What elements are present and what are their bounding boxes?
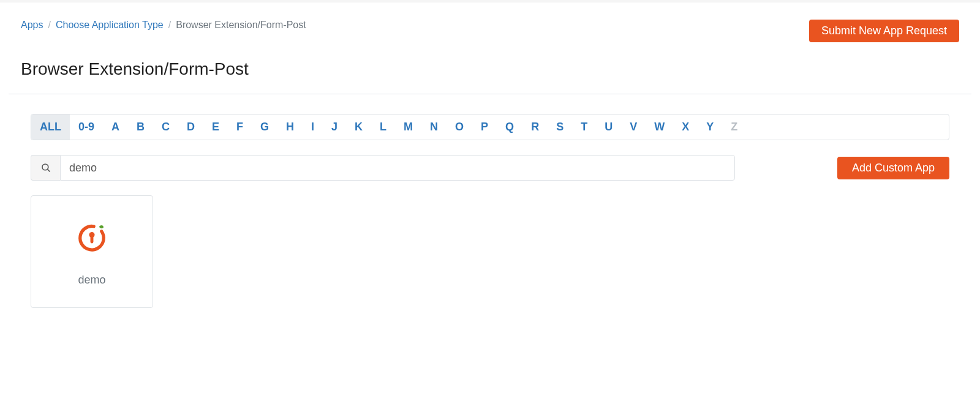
alpha-filter-b[interactable]: B	[128, 114, 153, 140]
alpha-filter-n[interactable]: N	[421, 114, 447, 140]
breadcrumb: Apps / Choose Application Type / Browser…	[21, 20, 306, 31]
alpha-filter-o[interactable]: O	[447, 114, 472, 140]
breadcrumb-choose-type-link[interactable]: Choose Application Type	[56, 20, 164, 31]
alpha-filter-m[interactable]: M	[395, 114, 421, 140]
alpha-filter-0-9[interactable]: 0-9	[70, 114, 103, 140]
alpha-filter-l[interactable]: L	[371, 114, 395, 140]
alpha-filter-j[interactable]: J	[323, 114, 346, 140]
alpha-filter-h[interactable]: H	[277, 114, 303, 140]
alpha-filter-r[interactable]: R	[522, 114, 548, 140]
alpha-filter-all[interactable]: ALL	[31, 114, 70, 140]
alpha-filter: ALL0-9ABCDEFGHIJKLMNOPQRSTUVWXYZ	[31, 114, 949, 140]
results-grid: demo	[31, 195, 949, 308]
alpha-filter-x[interactable]: X	[673, 114, 698, 140]
submit-new-app-request-button[interactable]: Submit New App Request	[809, 20, 959, 42]
breadcrumb-apps-link[interactable]: Apps	[21, 20, 43, 31]
alpha-filter-v[interactable]: V	[621, 114, 646, 140]
alpha-filter-e[interactable]: E	[203, 114, 228, 140]
search-group	[31, 155, 735, 181]
alpha-filter-s[interactable]: S	[548, 114, 572, 140]
alpha-filter-i[interactable]: I	[303, 114, 323, 140]
alpha-filter-w[interactable]: W	[646, 114, 673, 140]
alpha-filter-d[interactable]: D	[178, 114, 203, 140]
alpha-filter-y[interactable]: Y	[698, 114, 722, 140]
app-card[interactable]: demo	[31, 195, 153, 308]
page-container: Apps / Choose Application Type / Browser…	[0, 2, 980, 308]
svg-line-1	[47, 169, 50, 171]
alpha-filter-a[interactable]: A	[103, 114, 128, 140]
alpha-filter-c[interactable]: C	[153, 114, 178, 140]
header-row: Apps / Choose Application Type / Browser…	[21, 20, 959, 42]
svg-rect-4	[91, 236, 94, 243]
alpha-filter-g[interactable]: G	[252, 114, 277, 140]
search-icon	[31, 155, 60, 181]
alpha-filter-u[interactable]: U	[596, 114, 621, 140]
alpha-filter-f[interactable]: F	[228, 114, 252, 140]
search-input[interactable]	[60, 155, 735, 181]
page-title: Browser Extension/Form-Post	[21, 59, 959, 79]
app-icon	[75, 220, 109, 254]
alpha-filter-z: Z	[722, 114, 746, 140]
breadcrumb-current: Browser Extension/Form-Post	[176, 20, 306, 31]
alpha-filter-q[interactable]: Q	[497, 114, 522, 140]
content-inner: ALL0-9ABCDEFGHIJKLMNOPQRSTUVWXYZ Add Cus…	[21, 114, 959, 308]
add-custom-app-button[interactable]: Add Custom App	[837, 157, 949, 179]
app-card-label: demo	[78, 274, 105, 287]
breadcrumb-separator: /	[168, 20, 171, 31]
alpha-filter-k[interactable]: K	[346, 114, 371, 140]
search-row: Add Custom App	[31, 155, 949, 181]
alpha-filter-p[interactable]: P	[472, 114, 497, 140]
alpha-filter-t[interactable]: T	[572, 114, 596, 140]
divider	[9, 94, 971, 94]
breadcrumb-separator: /	[48, 20, 50, 31]
